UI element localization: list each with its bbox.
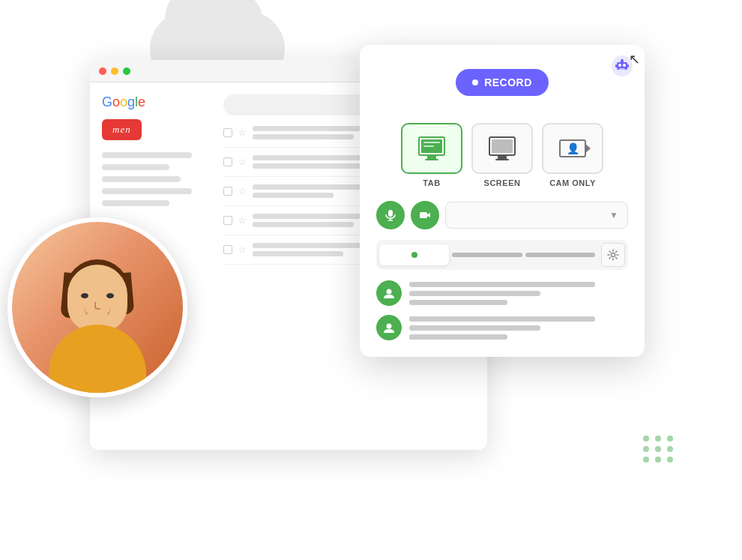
user-info-1 (409, 282, 628, 305)
sidebar-line-2 (102, 164, 169, 170)
scene: Google men ☆ (0, 0, 742, 560)
tab-line-1 (423, 142, 440, 143)
compose-button[interactable]: men (102, 119, 142, 140)
email-checkbox[interactable] (223, 157, 232, 166)
deco-dot-6 (667, 446, 673, 452)
email-star[interactable]: ☆ (238, 186, 247, 196)
email-star[interactable]: ☆ (238, 215, 247, 226)
tab-monitor-icon (418, 136, 445, 160)
email-checkbox[interactable] (223, 216, 232, 225)
user-row-2 (376, 315, 628, 340)
email-line-2 (253, 163, 364, 169)
record-button[interactable]: RECORD (456, 69, 549, 96)
mode-option-screen[interactable]: SCREEN (471, 123, 533, 187)
email-checkbox[interactable] (223, 187, 232, 196)
person-eye-right (106, 293, 114, 298)
email-star[interactable]: ☆ (238, 157, 247, 167)
svg-point-2 (618, 64, 621, 67)
deco-dot-8 (655, 457, 661, 463)
gear-icon (607, 249, 619, 261)
user-person-icon-1 (382, 286, 396, 300)
screen-mode-label: SCREEN (484, 178, 521, 187)
microphone-toggle-button[interactable] (376, 201, 405, 229)
person-body (49, 325, 146, 393)
google-o1: o (112, 94, 120, 109)
email-checkbox[interactable] (223, 245, 232, 254)
camera-select-dropdown[interactable]: ▼ (445, 202, 628, 229)
loom-robot-icon[interactable] (610, 54, 634, 81)
email-star[interactable]: ☆ (238, 244, 247, 255)
deco-dot-1 (643, 436, 649, 442)
mode-option-cam-only[interactable]: 👤 CAM ONLY (542, 123, 603, 187)
user-person-icon-2 (382, 321, 396, 334)
email-checkbox[interactable] (223, 128, 232, 137)
sidebar-line-4 (102, 188, 192, 194)
email-line-2 (253, 222, 354, 227)
user-rows-list (376, 280, 628, 340)
deco-dot-9 (667, 457, 673, 463)
google-g: G (102, 94, 112, 109)
deco-dot-7 (643, 457, 649, 463)
google-g2: g (127, 94, 135, 109)
decorative-dots (643, 436, 675, 463)
record-dot-indicator (472, 79, 478, 85)
user-sub-line-2 (409, 334, 507, 340)
user-sub-line-1 (409, 300, 507, 305)
chevron-down-icon: ▼ (609, 210, 618, 220)
person-eye-left (81, 293, 88, 298)
mode-option-tab[interactable]: TAB (401, 123, 462, 187)
svg-point-14 (611, 253, 615, 257)
audio-controls-row: ▼ (376, 201, 628, 229)
deco-dot-3 (667, 436, 673, 442)
tab-monitor-inner (421, 139, 442, 153)
deco-dot-4 (643, 446, 649, 452)
deco-dot-5 (655, 446, 661, 452)
recording-mode-options: TAB SCREEN (376, 123, 628, 187)
browser-dot-yellow (111, 67, 118, 75)
svg-rect-12 (420, 212, 427, 218)
user-info-2 (409, 316, 628, 340)
screen-monitor-screen (489, 136, 516, 156)
user-name-line-1 (409, 282, 595, 287)
cam-only-mode-label: CAM ONLY (549, 178, 596, 187)
google-logo: Google (102, 94, 214, 110)
svg-rect-6 (615, 64, 617, 67)
svg-point-16 (387, 324, 392, 329)
svg-rect-9 (388, 210, 393, 217)
email-star[interactable]: ☆ (238, 127, 247, 138)
screen-monitor-inner (492, 139, 513, 153)
tab-item-active[interactable] (379, 244, 449, 265)
svg-marker-13 (427, 213, 430, 217)
google-o2: o (120, 94, 127, 109)
tab-line-fill-2 (525, 253, 595, 257)
sidebar-lines (102, 152, 214, 206)
email-line-1 (253, 243, 373, 248)
screen-mode-icon-box (471, 123, 533, 174)
screen-monitor-icon (489, 136, 516, 160)
record-button-label: RECORD (484, 76, 532, 88)
browser-dot-green (123, 67, 130, 75)
user-row-1 (376, 280, 628, 306)
loom-popup: ↖ RECORD (360, 45, 645, 357)
tab-mode-icon-box (401, 123, 462, 174)
user-name-line-2 (409, 316, 595, 322)
google-e: e (138, 94, 145, 109)
cam-only-camera-icon: 👤 (559, 139, 586, 157)
tab-bar (376, 240, 628, 270)
user-detail-line-2 (409, 325, 540, 331)
email-line-2 (253, 134, 354, 139)
screen-monitor-base (495, 159, 509, 160)
cam-person-icon: 👤 (567, 142, 579, 154)
email-line-2 (253, 251, 343, 256)
svg-point-3 (623, 64, 626, 67)
deco-dot-2 (655, 436, 661, 442)
sidebar-line-5 (102, 200, 169, 206)
user-avatar-1 (376, 280, 402, 306)
person-nose (94, 302, 100, 310)
sidebar-line-3 (102, 176, 181, 182)
tab-monitor-screen (418, 136, 445, 156)
camera-toggle-button[interactable] (411, 201, 439, 229)
user-avatar-2 (376, 315, 402, 340)
settings-gear-button[interactable] (601, 243, 625, 267)
svg-rect-8 (619, 68, 625, 70)
